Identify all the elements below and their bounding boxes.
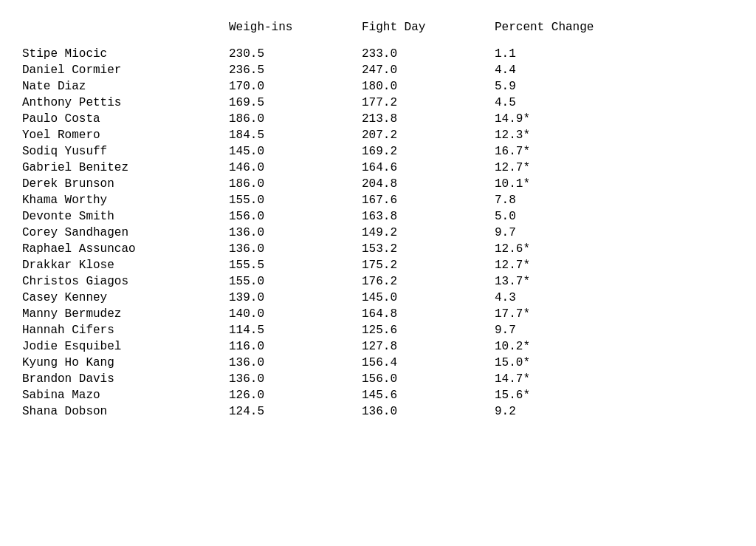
weighin-value: 155.0 <box>229 194 362 207</box>
percent-change-value: 14.7* <box>495 372 628 386</box>
fightday-value: 125.6 <box>362 324 495 337</box>
percent-change-value: 15.0* <box>495 356 628 369</box>
fightday-value: 136.0 <box>362 405 495 418</box>
weighin-value: 136.0 <box>229 372 362 386</box>
table-row: Hannah Cifers114.5125.69.7 <box>22 322 734 338</box>
percent-change-value: 1.1 <box>495 47 628 61</box>
percent-change-value: 16.7* <box>495 145 628 158</box>
fighter-name: Derek Brunson <box>22 177 229 191</box>
fighter-name: Khama Worthy <box>22 194 229 207</box>
percent-change-value: 5.0 <box>495 210 628 223</box>
table-row: Nate Diaz170.0180.05.9 <box>22 78 734 95</box>
fighter-name: Brandon Davis <box>22 372 229 386</box>
table-row: Brandon Davis136.0156.014.7* <box>22 371 734 387</box>
fightday-value: 247.0 <box>362 64 495 77</box>
fightday-value: 233.0 <box>362 47 495 61</box>
weighin-value: 155.0 <box>229 275 362 288</box>
header-name <box>22 21 229 34</box>
table-row: Daniel Cormier236.5247.04.4 <box>22 62 734 78</box>
fighter-name: Gabriel Benitez <box>22 161 229 174</box>
weighin-value: 186.0 <box>229 177 362 191</box>
table-row: Raphael Assuncao136.0153.212.6* <box>22 241 734 257</box>
fightday-value: 169.2 <box>362 145 495 158</box>
fighter-name: Daniel Cormier <box>22 64 229 77</box>
fighter-name: Sabina Mazo <box>22 389 229 402</box>
weighin-value: 169.5 <box>229 96 362 109</box>
fighter-name: Paulo Costa <box>22 112 229 126</box>
fightday-value: 164.8 <box>362 307 495 321</box>
fightday-value: 145.6 <box>362 389 495 402</box>
table-header: Weigh-ins Fight Day Percent Change <box>22 15 734 46</box>
weighin-value: 236.5 <box>229 64 362 77</box>
weighin-value: 139.0 <box>229 291 362 304</box>
fightday-value: 156.4 <box>362 356 495 369</box>
table-row: Khama Worthy155.0167.67.8 <box>22 192 734 208</box>
data-table: Weigh-ins Fight Day Percent Change Stipe… <box>22 15 734 420</box>
fightday-value: 213.8 <box>362 112 495 126</box>
table-body: Stipe Miocic230.5233.01.1Daniel Cormier2… <box>22 46 734 420</box>
table-row: Casey Kenney139.0145.04.3 <box>22 290 734 306</box>
percent-change-value: 4.5 <box>495 96 628 109</box>
percent-change-value: 15.6* <box>495 389 628 402</box>
table-row: Gabriel Benitez146.0164.612.7* <box>22 160 734 176</box>
fighter-name: Stipe Miocic <box>22 47 229 61</box>
weighin-value: 145.0 <box>229 145 362 158</box>
fightday-value: 175.2 <box>362 259 495 272</box>
weighin-value: 184.5 <box>229 129 362 142</box>
fighter-name: Kyung Ho Kang <box>22 356 229 369</box>
percent-change-value: 4.4 <box>495 64 628 77</box>
percent-change-value: 12.7* <box>495 259 628 272</box>
fightday-value: 167.6 <box>362 194 495 207</box>
table-row: Manny Bermudez140.0164.817.7* <box>22 306 734 322</box>
table-row: Jodie Esquibel116.0127.810.2* <box>22 338 734 355</box>
fightday-value: 207.2 <box>362 129 495 142</box>
table-row: Drakkar Klose155.5175.212.7* <box>22 257 734 273</box>
percent-change-value: 9.7 <box>495 226 628 239</box>
weighin-value: 146.0 <box>229 161 362 174</box>
table-row: Anthony Pettis169.5177.24.5 <box>22 95 734 111</box>
fightday-value: 149.2 <box>362 226 495 239</box>
percent-change-value: 14.9* <box>495 112 628 126</box>
fighter-name: Devonte Smith <box>22 210 229 223</box>
fightday-value: 204.8 <box>362 177 495 191</box>
weighin-value: 170.0 <box>229 80 362 93</box>
fightday-value: 127.8 <box>362 340 495 353</box>
percent-change-value: 12.7* <box>495 161 628 174</box>
table-row: Sabina Mazo126.0145.615.6* <box>22 387 734 403</box>
weighin-value: 124.5 <box>229 405 362 418</box>
weighin-value: 186.0 <box>229 112 362 126</box>
table-row: Derek Brunson186.0204.810.1* <box>22 176 734 192</box>
weighin-value: 126.0 <box>229 389 362 402</box>
fighter-name: Casey Kenney <box>22 291 229 304</box>
header-fightday: Fight Day <box>362 21 495 34</box>
fighter-name: Raphael Assuncao <box>22 242 229 256</box>
percent-change-value: 7.8 <box>495 194 628 207</box>
percent-change-value: 10.2* <box>495 340 628 353</box>
fighter-name: Yoel Romero <box>22 129 229 142</box>
weighin-value: 156.0 <box>229 210 362 223</box>
header-pct: Percent Change <box>495 21 628 34</box>
table-row: Paulo Costa186.0213.814.9* <box>22 111 734 127</box>
percent-change-value: 9.7 <box>495 324 628 337</box>
fighter-name: Christos Giagos <box>22 275 229 288</box>
fightday-value: 164.6 <box>362 161 495 174</box>
percent-change-value: 12.3* <box>495 129 628 142</box>
table-row: Christos Giagos155.0176.213.7* <box>22 273 734 290</box>
fighter-name: Corey Sandhagen <box>22 226 229 239</box>
header-weighin: Weigh-ins <box>229 21 362 34</box>
fighter-name: Shana Dobson <box>22 405 229 418</box>
table-row: Sodiq Yusuff145.0169.216.7* <box>22 143 734 160</box>
weighin-value: 136.0 <box>229 356 362 369</box>
percent-change-value: 5.9 <box>495 80 628 93</box>
weighin-value: 230.5 <box>229 47 362 61</box>
table-row: Corey Sandhagen136.0149.29.7 <box>22 225 734 241</box>
fightday-value: 176.2 <box>362 275 495 288</box>
fightday-value: 177.2 <box>362 96 495 109</box>
percent-change-value: 17.7* <box>495 307 628 321</box>
fightday-value: 145.0 <box>362 291 495 304</box>
fightday-value: 153.2 <box>362 242 495 256</box>
percent-change-value: 13.7* <box>495 275 628 288</box>
weighin-value: 136.0 <box>229 242 362 256</box>
fighter-name: Hannah Cifers <box>22 324 229 337</box>
percent-change-value: 4.3 <box>495 291 628 304</box>
